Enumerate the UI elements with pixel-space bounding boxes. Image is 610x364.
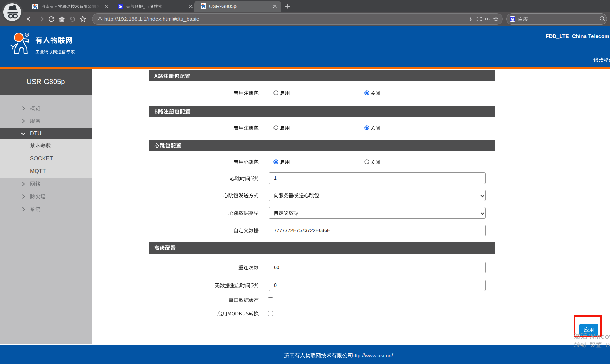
- svg-text:R: R: [26, 33, 28, 37]
